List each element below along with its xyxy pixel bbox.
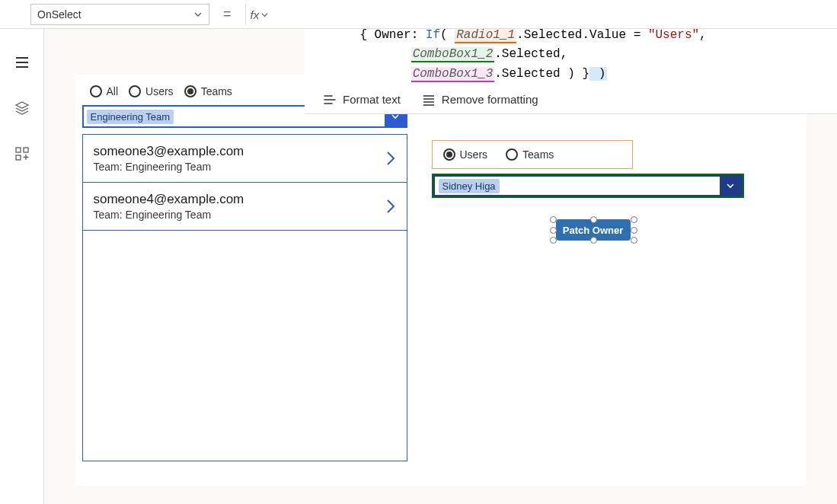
gallery-item-title: someone3@example.com <box>94 144 385 159</box>
owner-type-radio-group[interactable]: Users Teams <box>432 140 633 169</box>
resize-handle[interactable] <box>550 216 557 223</box>
selected-control[interactable]: Patch Owner <box>550 216 637 244</box>
radio-owner-teams[interactable]: Teams <box>506 148 554 161</box>
gallery-item-title: someone4@example.com <box>94 192 385 207</box>
format-text-icon <box>323 94 337 106</box>
format-text-button[interactable]: Format text <box>323 93 401 106</box>
remove-formatting-button[interactable]: Remove formatting <box>422 93 538 106</box>
left-nav-rail <box>0 29 44 504</box>
resize-handle[interactable] <box>550 227 557 234</box>
apps-icon[interactable] <box>14 146 30 161</box>
svg-rect-0 <box>16 148 21 152</box>
radio-owner-users[interactable]: Users <box>443 148 488 161</box>
resize-handle[interactable] <box>590 237 597 244</box>
gallery[interactable]: someone3@example.com Team: Engineering T… <box>82 134 407 461</box>
gallery-item[interactable]: someone4@example.com Team: Engineering T… <box>83 183 407 231</box>
resize-handle[interactable] <box>550 237 557 244</box>
resize-handle[interactable] <box>590 216 597 223</box>
svg-rect-1 <box>24 148 28 152</box>
owner-combobox-value: Sidney Higa <box>439 179 500 193</box>
fx-indicator[interactable]: fx <box>245 4 277 25</box>
chevron-right-icon[interactable] <box>385 150 396 167</box>
resize-handle[interactable] <box>631 216 637 223</box>
radio-teams[interactable]: Teams <box>184 85 232 97</box>
chevron-right-icon[interactable] <box>385 198 396 215</box>
layers-icon[interactable] <box>14 100 30 116</box>
radio-users[interactable]: Users <box>129 85 174 97</box>
property-dropdown[interactable]: OnSelect <box>30 4 209 25</box>
chevron-down-icon <box>193 10 203 19</box>
team-combobox-value: Engineering Team <box>87 110 174 124</box>
resize-handle[interactable] <box>631 227 637 234</box>
equals-sign: = <box>223 6 232 22</box>
svg-rect-2 <box>16 155 21 160</box>
dropdown-icon <box>720 177 741 195</box>
radio-all[interactable]: All <box>90 85 119 97</box>
owner-combobox[interactable]: Sidney Higa <box>432 174 744 198</box>
remove-formatting-icon <box>422 94 436 106</box>
app-screen: All Users Teams Engineering Team someone… <box>75 75 807 486</box>
resize-handle[interactable] <box>631 237 637 244</box>
gallery-item[interactable]: someone3@example.com Team: Engineering T… <box>83 135 407 183</box>
gallery-item-subtitle: Team: Engineering Team <box>94 161 385 173</box>
property-dropdown-value: OnSelect <box>37 8 81 21</box>
fx-icon: fx <box>251 8 260 21</box>
hamburger-icon[interactable] <box>14 55 30 70</box>
gallery-item-subtitle: Team: Engineering Team <box>94 209 385 221</box>
